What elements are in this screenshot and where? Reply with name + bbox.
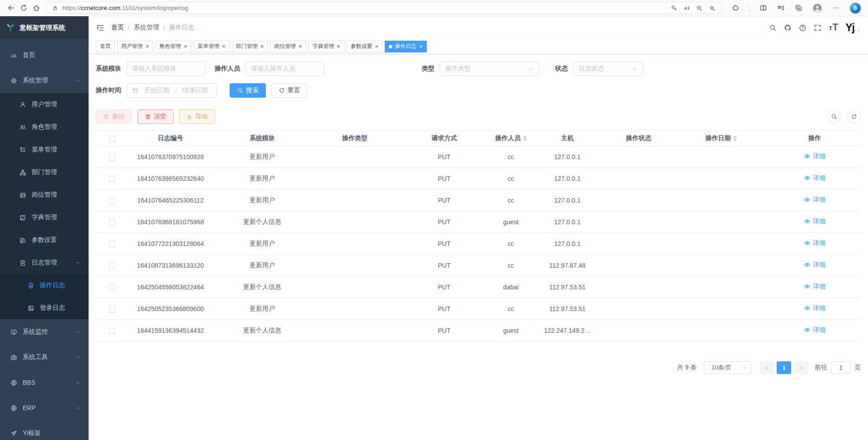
sidebar-item-dept[interactable]: 部门管理 <box>0 161 89 184</box>
prev-page-button[interactable] <box>760 361 774 374</box>
sidebar-item-erp[interactable]: ERP <box>0 395 89 421</box>
profile-avatar[interactable] <box>812 3 822 13</box>
help-icon[interactable] <box>799 24 807 32</box>
search-button[interactable]: 搜索 <box>230 83 266 98</box>
delete-button[interactable]: 删除 <box>96 109 132 124</box>
extensions-icon[interactable] <box>731 4 739 12</box>
sidebar-toggle-button[interactable] <box>96 24 104 32</box>
row-checkbox[interactable] <box>109 176 115 182</box>
favorite-add-button[interactable] <box>708 3 720 14</box>
close-icon[interactable]: × <box>375 43 379 49</box>
sidebar-item-home[interactable]: 首页 <box>0 43 89 68</box>
user-dropdown[interactable]: Yj <box>845 22 861 34</box>
page-1-button[interactable]: 1 <box>777 361 791 374</box>
next-page-button[interactable] <box>794 361 808 374</box>
sidebar-item-menu[interactable]: 菜单管理 <box>0 138 89 161</box>
tab-角色管理[interactable]: 角色管理× <box>156 41 192 52</box>
type-select[interactable]: 操作类型 <box>440 62 539 76</box>
close-icon[interactable]: × <box>298 43 302 49</box>
close-icon[interactable]: × <box>419 43 423 49</box>
sidebar-item-post[interactable]: 岗位管理 <box>0 184 89 206</box>
detail-link[interactable]: 详细 <box>804 261 826 269</box>
detail-link[interactable]: 详细 <box>804 304 826 312</box>
export-button[interactable]: 导出 <box>179 109 215 124</box>
goto-page-input[interactable]: 1 <box>831 361 851 374</box>
detail-link[interactable]: 详细 <box>804 152 826 161</box>
sidebar-item-log[interactable]: 日志管理 <box>0 251 89 274</box>
submenu-system: 用户管理角色管理菜单管理部门管理岗位管理字典管理参数设置日志管理操作日志登录日志 <box>0 93 89 319</box>
detail-link[interactable]: 详细 <box>804 239 826 247</box>
tab-参数设置[interactable]: 参数设置× <box>347 41 383 52</box>
browser-home-button[interactable] <box>30 1 42 15</box>
breadcrumb-item[interactable]: 首页 <box>111 24 124 32</box>
header-search-icon[interactable] <box>769 24 777 32</box>
date-range-picker[interactable]: 开始日期 - 结束日期 <box>127 83 217 98</box>
sidebar-item-monitor[interactable]: 系统监控 <box>0 319 89 345</box>
row-checkbox[interactable] <box>109 284 115 291</box>
breadcrumb-item: 操作日志 <box>169 24 194 32</box>
row-checkbox[interactable] <box>109 306 115 312</box>
sidebar-item-loginlog[interactable]: 登录日志 <box>0 297 89 319</box>
bing-copilot-icon[interactable]: b <box>850 3 861 14</box>
browser-refresh-button[interactable] <box>17 1 30 15</box>
favorites-icon[interactable] <box>777 4 785 12</box>
row-checkbox[interactable] <box>109 328 115 334</box>
row-checkbox[interactable] <box>109 241 115 247</box>
github-icon[interactable] <box>784 24 792 32</box>
detail-link[interactable]: 详细 <box>804 196 826 204</box>
refresh-icon <box>20 4 28 12</box>
row-checkbox[interactable] <box>109 219 115 226</box>
detail-link[interactable]: 详细 <box>804 283 826 291</box>
tab-岗位管理[interactable]: 岗位管理× <box>270 41 306 52</box>
zoom-out-button[interactable] <box>695 3 708 14</box>
clear-button[interactable]: 清空 <box>137 109 174 124</box>
sidebar-item-param[interactable]: 参数设置 <box>0 229 89 251</box>
address-bar[interactable]: https://ccnetcore.com:1101/system/log/op… <box>46 2 722 14</box>
tab-菜单管理[interactable]: 菜单管理× <box>193 41 230 52</box>
close-icon[interactable]: × <box>222 43 226 49</box>
sidebar-item-user[interactable]: 用户管理 <box>0 93 89 116</box>
split-screen-icon[interactable] <box>760 4 767 12</box>
tab-用户管理[interactable]: 用户管理× <box>117 41 153 52</box>
module-input[interactable]: 请输入系统模块 <box>127 62 206 76</box>
sidebar-item-yiframe[interactable]: Yi框架 <box>0 421 89 440</box>
select-all-checkbox[interactable] <box>109 136 115 142</box>
collections-icon[interactable] <box>795 4 802 12</box>
tab-部门管理[interactable]: 部门管理× <box>232 41 268 52</box>
detail-link[interactable]: 详细 <box>804 326 826 334</box>
tab-字典管理[interactable]: 字典管理× <box>308 41 344 52</box>
toggle-search-button[interactable] <box>827 110 841 123</box>
sidebar-item-dict[interactable]: 字典管理 <box>0 206 89 229</box>
browser-back-button[interactable] <box>5 1 17 15</box>
password-key-button[interactable] <box>670 3 682 14</box>
tab-操作日志[interactable]: 操作日志× <box>385 41 427 52</box>
row-checkbox[interactable] <box>109 263 115 269</box>
row-checkbox[interactable] <box>109 198 115 204</box>
status-select[interactable]: 日志状态 <box>573 62 643 76</box>
close-icon[interactable]: × <box>260 43 264 49</box>
close-icon[interactable]: × <box>337 43 340 49</box>
detail-link[interactable]: 详细 <box>804 218 826 226</box>
page-size-select[interactable]: 10条/页 <box>704 361 751 374</box>
refresh-table-button[interactable] <box>847 110 861 123</box>
sidebar-item-operlog[interactable]: 操作日志 <box>0 274 89 297</box>
sidebar-item-tool[interactable]: 系统工具 <box>0 345 89 370</box>
more-menu-icon[interactable] <box>832 4 840 12</box>
reset-button[interactable]: 重置 <box>271 83 307 98</box>
close-icon[interactable]: × <box>184 43 188 49</box>
tab-首页[interactable]: 首页 <box>96 41 115 52</box>
close-icon[interactable]: × <box>146 43 149 49</box>
sort-carets[interactable] <box>523 136 527 141</box>
breadcrumb-item[interactable]: 系统管理 <box>134 24 159 32</box>
read-aloud-button[interactable] <box>682 3 695 14</box>
fullscreen-icon[interactable] <box>814 24 821 32</box>
detail-link[interactable]: 详细 <box>804 174 826 182</box>
operator-input[interactable]: 请输入操作人员 <box>245 62 325 76</box>
font-size-icon[interactable]: тT <box>829 23 838 32</box>
checkbox-cell <box>96 168 128 189</box>
row-checkbox[interactable] <box>109 154 115 161</box>
sidebar-item-system[interactable]: 系统管理 <box>0 68 89 93</box>
sidebar-item-role[interactable]: 角色管理 <box>0 116 89 138</box>
sort-carets[interactable] <box>733 136 737 141</box>
sidebar-item-bbs[interactable]: BBS <box>0 370 89 395</box>
